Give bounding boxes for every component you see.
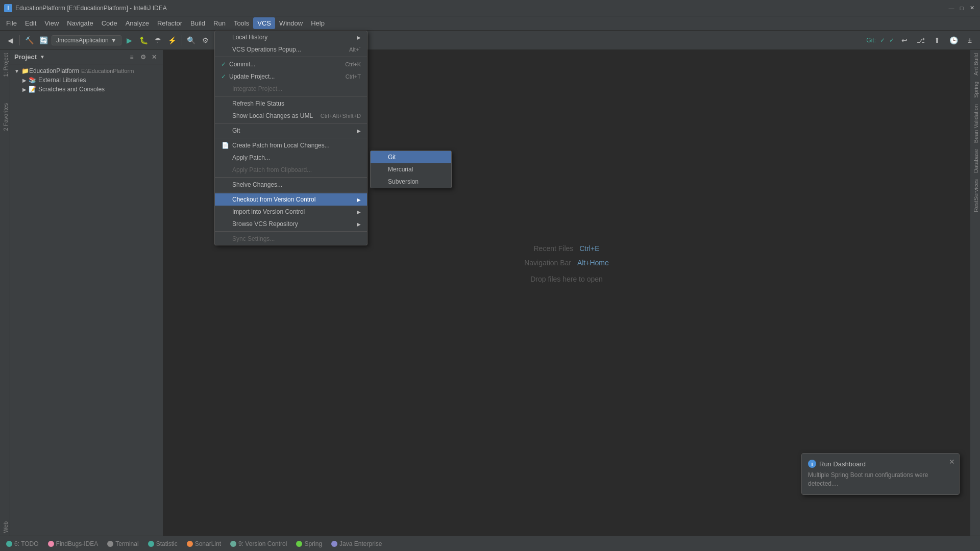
scratches-icon: 📝 xyxy=(29,86,36,93)
menu-item-show-local-changes[interactable]: Show Local Changes as UMLCtrl+Alt+Shift+… xyxy=(215,110,367,122)
bottom-tab-sonar[interactable]: SonarLint xyxy=(183,539,225,549)
sync-button[interactable]: 🔄 xyxy=(37,34,50,46)
run-dashboard-body: Multiple Spring Boot run configurations … xyxy=(808,471,953,488)
back-button[interactable]: ◀ xyxy=(4,34,16,46)
menu-item-tools[interactable]: Tools xyxy=(230,17,253,29)
tab-icon-terminal xyxy=(107,541,113,547)
ant-build-panel[interactable]: Ant Build xyxy=(970,50,980,79)
menu-item-integrate: Integrate Project... xyxy=(215,83,367,95)
menu-item-browse[interactable]: Browse VCS Repository▶ xyxy=(215,218,367,230)
tree-external-libs[interactable]: ▶ 📚 External Libraries xyxy=(10,76,163,85)
menu-item-refresh[interactable]: Refresh File Status xyxy=(215,97,367,110)
menu-item-vcs[interactable]: VCS xyxy=(253,17,275,29)
menu-item-label: Browse VCS Repository xyxy=(232,220,298,228)
database-panel[interactable]: Database xyxy=(970,146,980,176)
menu-shortcut: Ctrl+Alt+Shift+D xyxy=(321,113,361,119)
search-everywhere-button[interactable]: 🔍 xyxy=(185,34,198,46)
menu-shortcut: Ctrl+K xyxy=(345,61,361,67)
menu-item-analyze[interactable]: Analyze xyxy=(121,17,153,29)
git-push[interactable]: ⬆ xyxy=(931,34,943,46)
menu-item-local-history[interactable]: Local History▶ xyxy=(215,31,367,43)
checkout-submenu-item-mercurial[interactable]: Mercurial xyxy=(371,163,451,176)
menu-item-shelve[interactable]: Shelve Changes... xyxy=(215,179,367,191)
project-panel: Project ▼ ≡ ⚙ ✕ ▼ 📁 EducationPlatform E:… xyxy=(10,50,163,536)
checkout-submenu-item-subversion[interactable]: Subversion xyxy=(371,176,451,188)
settings-button[interactable]: ⚙ xyxy=(200,34,212,46)
profile-button[interactable]: ⚡ xyxy=(166,34,179,46)
menu-item-code[interactable]: Code xyxy=(97,17,121,29)
bottom-tab-todo[interactable]: 6: TODO xyxy=(2,539,43,549)
menu-item-navigate[interactable]: Navigate xyxy=(63,17,97,29)
run-config-selector[interactable]: JmccmsApplication ▼ xyxy=(52,35,121,45)
tree-libs-label: External Libraries xyxy=(38,77,86,84)
menu-item-help[interactable]: Help xyxy=(307,17,329,29)
tree-root-item[interactable]: ▼ 📁 EducationPlatform E:\EducationPlatfo… xyxy=(10,66,163,76)
menu-item-edit[interactable]: Edit xyxy=(21,17,40,29)
menu-item-create-patch[interactable]: 📄Create Patch from Local Changes... xyxy=(215,139,367,152)
checkout-submenu-item-git-sub[interactable]: Git xyxy=(371,151,451,163)
tree-arrow: ▼ xyxy=(14,68,19,74)
close-button[interactable]: ✕ xyxy=(968,4,976,12)
menu-item-import[interactable]: Import into Version Control▶ xyxy=(215,206,367,218)
tree-scratches[interactable]: ▶ 📝 Scratches and Consoles xyxy=(10,85,163,94)
menu-item-refactor[interactable]: Refactor xyxy=(153,17,186,29)
title-bar: I EducationPlatform [E:\EducationPlatfor… xyxy=(0,0,980,16)
menu-item-update[interactable]: ✓Update Project...Ctrl+T xyxy=(215,70,367,83)
menu-separator xyxy=(215,138,367,138)
menu-item-run[interactable]: Run xyxy=(209,17,230,29)
menu-item-checkout[interactable]: Checkout from Version Control▶ xyxy=(215,193,367,206)
submenu-arrow: ▶ xyxy=(357,35,361,40)
menu-item-git[interactable]: Git▶ xyxy=(215,124,367,137)
tab-label-terminal: Terminal xyxy=(115,540,138,547)
menu-item-vcs-ops[interactable]: VCS Operations Popup...Alt+` xyxy=(215,43,367,56)
panel-dropdown-icon[interactable]: ▼ xyxy=(40,54,45,60)
panel-buttons: ≡ ⚙ ✕ xyxy=(127,53,159,62)
menu-shortcut: Ctrl+T xyxy=(346,73,361,80)
coverage-button[interactable]: ☂ xyxy=(152,34,164,46)
run-button[interactable]: ▶ xyxy=(124,34,136,46)
menu-item-label: Git xyxy=(232,127,240,134)
patch-icon: 📄 xyxy=(221,142,229,149)
app-icon: I xyxy=(4,4,12,12)
spring-panel[interactable]: Spring xyxy=(970,79,980,101)
git-history[interactable]: 🕒 xyxy=(947,34,960,46)
build-button[interactable]: 🔨 xyxy=(23,34,35,46)
web-tab[interactable]: Web xyxy=(0,518,10,536)
menu-item-window[interactable]: Window xyxy=(275,17,307,29)
menu-item-label: VCS Operations Popup... xyxy=(232,46,301,53)
favorites-tab[interactable]: 2 Favorites xyxy=(0,100,10,134)
menu-separator xyxy=(215,231,367,232)
bean-validation-panel[interactable]: Bean Validation xyxy=(970,101,980,146)
bottom-tab-terminal[interactable]: Terminal xyxy=(103,539,142,549)
menu-item-view[interactable]: View xyxy=(40,17,63,29)
menu-item-sync: Sync Settings... xyxy=(215,233,367,245)
bottom-tab-statistic[interactable]: Statistic xyxy=(144,539,182,549)
nav-bar-text: Navigation Bar Alt+Home xyxy=(524,259,609,267)
submenu-arrow: ▶ xyxy=(357,221,361,227)
libs-icon: 📚 xyxy=(29,77,36,84)
close-panel-button[interactable]: ✕ xyxy=(150,53,159,62)
menu-item-file[interactable]: File xyxy=(2,17,21,29)
menu-item-commit[interactable]: ✓Commit...Ctrl+K xyxy=(215,58,367,70)
rest-services-panel[interactable]: RestServices xyxy=(970,176,980,215)
settings-button2[interactable]: ⚙ xyxy=(138,53,148,62)
bottom-tab-findbugs[interactable]: FindBugs-IDEA xyxy=(44,539,103,549)
menu-item-apply-patch[interactable]: Apply Patch... xyxy=(215,152,367,164)
git-diff[interactable]: ± xyxy=(964,34,976,46)
bottom-tab-9vc[interactable]: 9: Version Control xyxy=(226,539,291,549)
git-update[interactable]: ↩ xyxy=(898,34,911,46)
collapse-all-button[interactable]: ≡ xyxy=(127,53,136,62)
run-dashboard: ✕ i Run Dashboard Multiple Spring Boot r… xyxy=(801,453,960,495)
menu-separator xyxy=(215,192,367,192)
bottom-tab-spring[interactable]: Spring xyxy=(292,539,326,549)
maximize-button[interactable]: □ xyxy=(958,4,966,12)
bottom-tab-java-enterprise[interactable]: Java Enterprise xyxy=(327,539,386,549)
debug-button[interactable]: 🐛 xyxy=(138,34,150,46)
menu-item-label: Refresh File Status xyxy=(232,100,284,107)
project-tab[interactable]: 1: Project xyxy=(0,50,10,80)
menu-item-label: Update Project... xyxy=(229,73,275,80)
dashboard-close-button[interactable]: ✕ xyxy=(949,458,955,466)
menu-item-build[interactable]: Build xyxy=(186,17,209,29)
minimize-button[interactable]: — xyxy=(947,4,955,12)
git-branch[interactable]: ⎇ xyxy=(915,34,927,46)
